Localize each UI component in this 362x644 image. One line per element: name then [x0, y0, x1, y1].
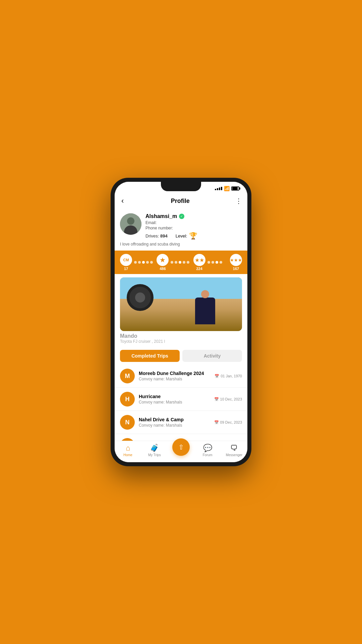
email-field: Email:: [145, 220, 242, 225]
avatar: [120, 213, 141, 235]
phone-frame: 📶 ‹ Profile ⋮: [111, 178, 251, 466]
trip-name: Moreeb Dune Challenge 2024: [139, 371, 210, 376]
calendar-icon: 📅: [214, 397, 219, 401]
trip-date: 📅 10 Dec, 2023: [214, 397, 242, 401]
level-item-star1: ★ 486: [157, 254, 169, 271]
dot: [216, 261, 218, 264]
dot: [179, 261, 181, 264]
dot: [183, 261, 185, 264]
photo-section: Mando Toyota FJ cruiser , 2021 l: [115, 274, 247, 347]
trip-avatar: H: [120, 392, 135, 407]
trip-name: Nahel Drive & Camp: [139, 417, 210, 422]
dot: [220, 261, 222, 264]
dot: [175, 261, 177, 264]
my-trips-label: My Trips: [148, 453, 161, 457]
level-item-cm: CM 17: [120, 254, 132, 271]
trip-info: Moreeb Dune Challenge 2024 Convoy name: …: [139, 371, 210, 381]
profile-info: Alshamsi_m ✓ Email: Phone number: Drives…: [145, 213, 242, 240]
back-button[interactable]: ‹: [120, 195, 125, 207]
status-bar: 📶: [115, 182, 247, 193]
calendar-icon: 📅: [214, 420, 219, 425]
car-wheel: [127, 284, 154, 311]
nav-item-messenger[interactable]: 🗨 Messenger: [221, 444, 247, 457]
trip-name: Hurricane: [139, 394, 210, 399]
forum-label: Forum: [203, 453, 213, 457]
phone-screen: 📶 ‹ Profile ⋮: [115, 182, 247, 462]
messenger-icon: 🗨: [230, 444, 238, 452]
star-badge-2: ★★: [193, 254, 205, 266]
nav-item-home[interactable]: ⌂ Home: [115, 444, 141, 457]
bio-text: I love offroading and scuba diving: [120, 242, 242, 247]
level-item-star2: ★★ 224: [193, 254, 205, 271]
trip-avatar: C: [120, 438, 135, 441]
trip-avatar: M: [120, 369, 135, 383]
battery-icon: [231, 186, 239, 191]
drives-level-row: Drives: 894 Level: 🏆: [145, 232, 242, 240]
star-badge-1: ★: [157, 254, 169, 266]
dot: [142, 261, 145, 264]
bottom-nav: ⌂ Home 🧳 My Trips ⇧ 💬 Forum 🗨 Messenger: [115, 441, 247, 462]
level-item-star3: ★★★ 167: [230, 254, 242, 271]
notch: [161, 182, 201, 191]
nav-item-my-trips[interactable]: 🧳 My Trips: [141, 444, 168, 457]
dot: [187, 261, 189, 264]
username: Alshamsi_m: [145, 213, 177, 219]
trip-list: M Moreeb Dune Challenge 2024 Convoy name…: [115, 365, 247, 441]
level-circle-cm: CM: [120, 254, 132, 266]
my-trips-icon: 🧳: [150, 444, 159, 452]
trip-convoy: Convoy name: Marshals: [139, 377, 210, 381]
messenger-label: Messenger: [226, 453, 242, 457]
trip-info: Hurricane Convoy name: Marshals: [139, 394, 210, 405]
level-dots-2: [171, 261, 191, 264]
home-icon: ⌂: [126, 444, 130, 452]
signal-icon: [215, 187, 222, 190]
trip-item[interactable]: H Hurricane Convoy name: Marshals 📅 10 D…: [115, 388, 247, 411]
trip-item[interactable]: M Moreeb Dune Challenge 2024 Convoy name…: [115, 365, 247, 388]
tabs-section: Completed Trips Activity: [115, 347, 247, 365]
trip-date: 📅 01 Jan, 1970: [215, 374, 242, 378]
dot: [146, 261, 149, 264]
star-badge-3: ★★★: [230, 254, 242, 266]
level-dots-3: [207, 261, 228, 264]
photo-name: Mando: [120, 333, 242, 339]
nav-fab-container: ⇧: [168, 445, 194, 456]
level-dots-1: [134, 261, 155, 264]
dot: [138, 261, 141, 264]
tab-activity[interactable]: Activity: [182, 350, 242, 362]
dot: [171, 261, 173, 264]
level-field: Level: 🏆: [176, 232, 198, 240]
forum-icon: 💬: [203, 444, 212, 452]
trip-item[interactable]: N Nahel Drive & Camp Convoy name: Marsha…: [115, 411, 247, 434]
verified-badge: ✓: [179, 214, 184, 219]
trip-info: Nahel Drive & Camp Convoy name: Marshals: [139, 417, 210, 428]
profile-name-row: Alshamsi_m ✓: [145, 213, 242, 219]
drives-field: Drives: 894: [145, 233, 168, 238]
app-content: ‹ Profile ⋮ Alshamsi_m ✓ E: [115, 193, 247, 462]
tab-completed-trips[interactable]: Completed Trips: [120, 350, 180, 362]
status-icons: 📶: [215, 186, 239, 191]
trip-avatar: N: [120, 415, 135, 430]
photo-vehicle: Toyota FJ cruiser , 2021 l: [120, 339, 242, 344]
trip-convoy: Convoy name: Marshals: [139, 400, 210, 405]
trip-photo: [120, 277, 242, 331]
level-num-star2: 224: [196, 267, 202, 271]
phone-field: Phone number:: [145, 226, 242, 230]
nav-item-forum[interactable]: 💬 Forum: [194, 444, 221, 457]
calendar-icon: 📅: [215, 374, 219, 378]
page-title: Profile: [125, 198, 235, 205]
header: ‹ Profile ⋮: [115, 193, 247, 211]
more-button[interactable]: ⋮: [235, 197, 242, 205]
dot: [212, 261, 214, 264]
fab-button[interactable]: ⇧: [172, 438, 190, 456]
profile-top: Alshamsi_m ✓ Email: Phone number: Drives…: [120, 213, 242, 240]
dot: [150, 261, 153, 264]
level-num-star3: 167: [233, 267, 239, 271]
person-in-photo: [195, 298, 215, 324]
level-icon: 🏆: [189, 232, 197, 240]
home-label: Home: [123, 453, 132, 457]
level-bar: CM 17 ★ 486: [115, 251, 247, 274]
dot: [134, 261, 137, 264]
level-num-cm: 17: [124, 267, 128, 271]
wifi-icon: 📶: [224, 186, 230, 191]
trip-convoy: Convoy name: Marshals: [139, 423, 210, 428]
